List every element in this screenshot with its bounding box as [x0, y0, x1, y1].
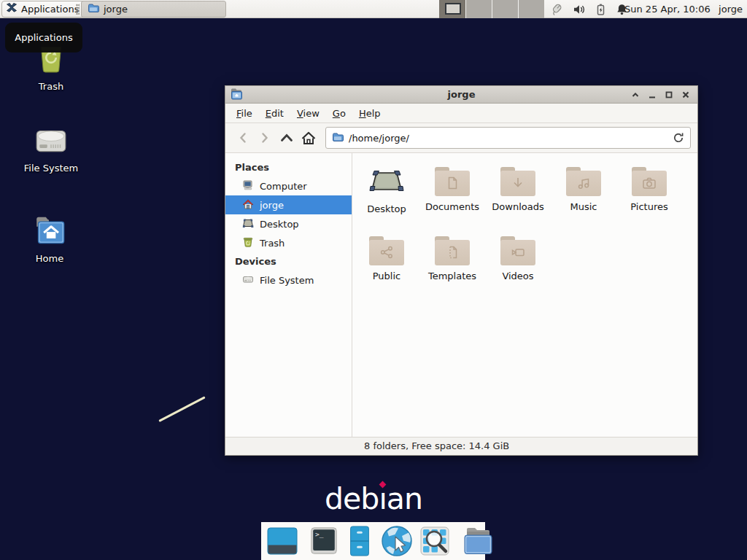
menu-edit[interactable]: Edit — [259, 104, 290, 123]
folder-label: Videos — [502, 271, 533, 281]
panel-user-menu[interactable]: jorge — [719, 0, 743, 18]
up-button[interactable] — [276, 128, 298, 148]
sidebar-item-desktop[interactable]: Desktop — [225, 214, 352, 233]
menubar: File Edit View Go Help — [225, 104, 697, 123]
workspace-2[interactable] — [465, 0, 492, 18]
show-desktop-icon[interactable] — [266, 525, 298, 557]
forward-button[interactable] — [254, 128, 276, 148]
close-button[interactable] — [681, 90, 691, 100]
folder-icon-view[interactable]: Desktop Documents Downloads Music — [352, 153, 697, 437]
sidebar-item-label: File System — [260, 275, 314, 286]
pictures-folder-icon — [632, 167, 667, 196]
sidebar-item-label: Trash — [260, 238, 285, 249]
folder-item-templates[interactable]: Templates — [419, 230, 485, 299]
applications-tooltip: Applications — [5, 23, 82, 52]
folder-label: Public — [373, 271, 400, 281]
folder-label: Templates — [428, 271, 476, 281]
downloads-folder-icon — [500, 167, 535, 196]
menu-help[interactable]: Help — [352, 104, 387, 123]
path-text: /home/jorge/ — [349, 133, 409, 144]
window-title: jorge — [225, 89, 697, 100]
xfce-logo-icon — [6, 2, 18, 16]
sidebar-item-label: Desktop — [260, 219, 299, 230]
workspace-window-preview — [445, 3, 461, 15]
workspace-1[interactable] — [439, 0, 465, 18]
svg-text:>_: >_ — [315, 530, 324, 538]
debian-logo: debıan — [319, 481, 428, 516]
reload-button[interactable] — [673, 132, 684, 144]
workspace-switcher — [439, 0, 544, 18]
desktop-icon-label: File System — [24, 163, 78, 174]
taskbar-window-label: jorge — [104, 4, 128, 15]
back-button[interactable] — [232, 128, 254, 148]
file-manager-folder-icon[interactable] — [461, 525, 495, 557]
panel-separator-handle[interactable] — [76, 4, 80, 15]
drive-mini-icon — [242, 273, 254, 287]
sidebar-item-label: jorge — [260, 200, 284, 211]
folder-item-music[interactable]: Music — [551, 160, 616, 230]
maximize-button[interactable] — [664, 90, 674, 100]
panel-clock[interactable]: Sun 25 Apr, 10:06 — [624, 0, 711, 18]
statusbar: 8 folders, Free space: 14.4 GiB — [225, 437, 697, 455]
applications-menu-button[interactable]: Applications — [1, 1, 85, 18]
desktop-trapezoid-icon — [369, 167, 404, 198]
system-tray — [546, 0, 628, 18]
music-folder-icon — [566, 167, 601, 196]
applications-menu-label: Applications — [21, 4, 79, 15]
home-button[interactable] — [298, 128, 320, 148]
taskbar-window-button[interactable]: jorge — [81, 1, 226, 18]
menu-view[interactable]: View — [290, 104, 326, 123]
file-cabinet-icon[interactable] — [344, 525, 375, 557]
battery-charging-icon[interactable] — [595, 3, 607, 16]
file-manager-window: jorge File Edit View Go Help /home/jorge… — [225, 85, 698, 456]
folder-label: Documents — [425, 201, 479, 212]
path-folder-icon — [332, 131, 344, 145]
folder-item-downloads[interactable]: Downloads — [485, 160, 551, 230]
debian-logo-text-2: an — [387, 481, 422, 516]
tooltip-text: Applications — [15, 32, 72, 43]
menu-go[interactable]: Go — [326, 104, 352, 123]
templates-folder-icon — [435, 236, 470, 265]
shade-button[interactable] — [630, 90, 640, 100]
trash-mini-icon — [242, 236, 254, 250]
terminal-icon[interactable]: >_ — [309, 526, 339, 556]
computer-icon — [242, 179, 254, 193]
desktop-icon-label: Trash — [39, 81, 63, 92]
statusbar-text: 8 folders, Free space: 14.4 GiB — [364, 440, 509, 451]
folder-item-public[interactable]: Public — [354, 230, 419, 299]
sidebar-item-trash[interactable]: Trash — [225, 233, 352, 252]
sidebar-item-file-system[interactable]: File System — [225, 271, 352, 289]
location-bar[interactable]: /home/jorge/ — [325, 127, 691, 149]
bottom-dock: >_ — [261, 522, 485, 560]
minimize-button[interactable] — [647, 90, 657, 100]
desktop-icon-home[interactable]: Home — [9, 214, 90, 264]
debian-logo-text: deb — [325, 481, 379, 516]
top-panel: Applications jorge Sun 25 Apr, 10:06 jor… — [0, 0, 747, 18]
folder-label: Downloads — [492, 201, 543, 212]
workspace-3[interactable] — [492, 0, 518, 18]
toolbar: /home/jorge/ — [225, 123, 697, 153]
sidebar-item-computer[interactable]: Computer — [225, 176, 352, 195]
folder-item-pictures[interactable]: Pictures — [616, 160, 682, 230]
volume-icon[interactable] — [573, 3, 586, 16]
debian-logo-i: ı — [379, 481, 386, 516]
application-finder-icon[interactable] — [419, 525, 451, 557]
folder-label: Music — [570, 201, 597, 212]
sidebar-header-devices: Devices — [225, 252, 352, 271]
folder-label: Desktop — [367, 203, 406, 214]
window-titlebar[interactable]: jorge — [225, 86, 697, 104]
folder-label: Pictures — [630, 201, 667, 212]
desktop-icon-file-system[interactable]: File System — [11, 125, 91, 174]
mouse-device-icon[interactable] — [550, 2, 564, 16]
web-browser-globe-icon[interactable] — [380, 524, 414, 558]
menu-file[interactable]: File — [230, 104, 259, 123]
folder-item-desktop[interactable]: Desktop — [354, 160, 419, 230]
desktop-icon-label: Home — [36, 253, 63, 264]
sidebar-item-jorge[interactable]: jorge — [225, 195, 352, 214]
folder-window-icon — [88, 2, 99, 16]
folder-item-videos[interactable]: Videos — [485, 230, 551, 299]
folder-item-documents[interactable]: Documents — [419, 160, 485, 230]
sidebar-item-label: Computer — [260, 181, 307, 192]
window-controls — [630, 90, 697, 100]
workspace-4[interactable] — [518, 0, 544, 18]
